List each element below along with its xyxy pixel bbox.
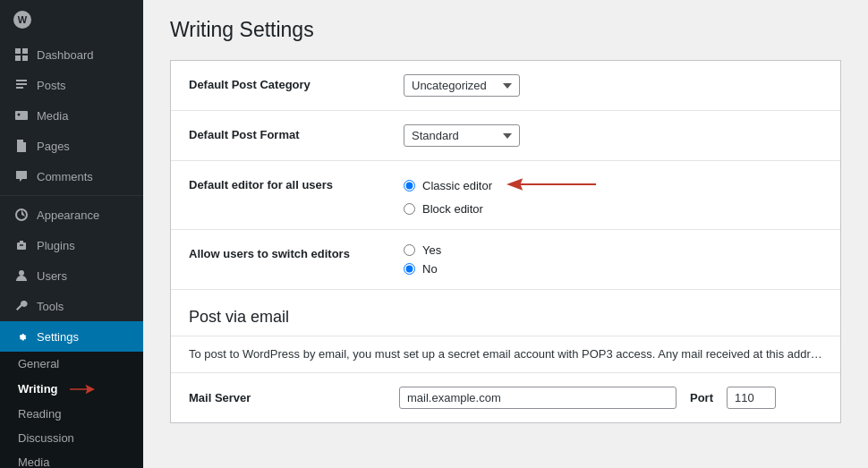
users-icon xyxy=(13,268,30,284)
classic-editor-label: Classic editor xyxy=(422,179,492,192)
plugins-label: Plugins xyxy=(37,239,75,252)
svg-rect-1 xyxy=(22,48,28,54)
svg-rect-4 xyxy=(15,111,28,120)
settings-submenu: General Writing Reading Discussion Media xyxy=(0,352,143,468)
default-post-format-label: Default Post Format xyxy=(189,124,386,141)
sidebar-item-posts[interactable]: Posts xyxy=(0,70,143,100)
sidebar-item-writing[interactable]: Writing xyxy=(0,376,143,402)
classic-editor-option[interactable]: Classic editor xyxy=(404,174,822,197)
port-input[interactable] xyxy=(727,387,776,409)
general-label: General xyxy=(18,357,59,370)
svg-rect-7 xyxy=(17,243,26,250)
allow-switch-label: Allow users to switch editors xyxy=(189,243,386,260)
no-radio[interactable] xyxy=(404,263,415,275)
default-post-category-select[interactable]: Uncategorized xyxy=(404,74,520,97)
classic-editor-arrow xyxy=(506,174,596,197)
post-via-email-heading: Post via email xyxy=(171,290,840,336)
classic-editor-radio[interactable] xyxy=(404,180,415,191)
sidebar-item-media-sub[interactable]: Media xyxy=(0,450,143,468)
svg-rect-3 xyxy=(22,55,28,61)
media-sub-label: Media xyxy=(18,455,49,468)
svg-point-5 xyxy=(18,114,21,116)
dashboard-icon xyxy=(13,47,30,63)
default-post-category-control: Uncategorized xyxy=(404,74,822,97)
tools-icon xyxy=(13,298,30,314)
editor-radio-group: Classic editor Block editor xyxy=(404,174,822,216)
sidebar-item-comments[interactable]: Comments xyxy=(0,161,143,191)
default-editor-row: Default editor for all users Classic edi… xyxy=(171,161,840,230)
switch-radio-group: Yes No xyxy=(404,243,822,276)
sidebar-item-dashboard[interactable]: Dashboard xyxy=(0,39,143,70)
reading-label: Reading xyxy=(18,407,61,421)
comments-label: Comments xyxy=(37,170,93,183)
discussion-label: Discussion xyxy=(18,431,74,445)
main-content: Writing Settings Default Post Category U… xyxy=(143,0,868,468)
no-option[interactable]: No xyxy=(404,262,822,276)
default-editor-label: Default editor for all users xyxy=(189,174,386,191)
yes-radio[interactable] xyxy=(404,244,415,256)
port-label: Port xyxy=(690,391,713,404)
pages-label: Pages xyxy=(37,140,70,153)
page-title: Writing Settings xyxy=(170,18,841,42)
comments-icon xyxy=(13,168,30,184)
writing-arrow xyxy=(70,381,95,396)
default-post-format-select[interactable]: Standard xyxy=(404,124,520,147)
media-label: Media xyxy=(37,109,68,123)
sidebar-item-discussion[interactable]: Discussion xyxy=(0,426,143,450)
svg-rect-2 xyxy=(15,55,21,61)
default-post-category-label: Default Post Category xyxy=(189,74,386,91)
svg-rect-0 xyxy=(15,48,21,54)
svg-marker-11 xyxy=(506,178,596,191)
mail-server-row: Mail Server Port xyxy=(171,373,840,422)
sidebar: W Dashboard Posts Media Pages Comments xyxy=(0,0,143,468)
plugins-icon xyxy=(13,237,30,253)
default-post-category-row: Default Post Category Uncategorized xyxy=(171,61,840,111)
sidebar-item-appearance[interactable]: Appearance xyxy=(0,200,143,230)
svg-marker-10 xyxy=(70,384,95,394)
block-editor-label: Block editor xyxy=(422,202,483,216)
no-label: No xyxy=(422,262,438,276)
tools-label: Tools xyxy=(37,300,64,313)
sidebar-item-users[interactable]: Users xyxy=(0,260,143,291)
writing-label: Writing xyxy=(18,382,58,396)
settings-label: Settings xyxy=(37,330,79,344)
svg-point-9 xyxy=(19,270,24,276)
sidebar-item-tools[interactable]: Tools xyxy=(0,291,143,321)
default-post-format-row: Default Post Format Standard xyxy=(171,111,840,161)
media-icon xyxy=(13,107,30,123)
block-editor-radio[interactable] xyxy=(404,203,415,215)
mail-server-input[interactable] xyxy=(399,387,677,409)
wp-logo-icon: W xyxy=(13,11,31,29)
posts-icon xyxy=(13,77,30,93)
users-label: Users xyxy=(37,269,67,283)
block-editor-option[interactable]: Block editor xyxy=(404,202,822,216)
dashboard-label: Dashboard xyxy=(37,48,94,62)
sidebar-item-reading[interactable]: Reading xyxy=(0,402,143,426)
default-editor-control: Classic editor Block editor xyxy=(404,174,822,216)
appearance-label: Appearance xyxy=(37,208,99,222)
sidebar-item-pages[interactable]: Pages xyxy=(0,131,143,161)
sidebar-item-settings[interactable]: Settings xyxy=(0,321,143,352)
sidebar-item-media[interactable]: Media xyxy=(0,100,143,131)
sidebar-item-plugins[interactable]: Plugins xyxy=(0,230,143,260)
pages-icon xyxy=(13,138,30,154)
sidebar-item-general[interactable]: General xyxy=(0,352,143,376)
allow-switch-row: Allow users to switch editors Yes No xyxy=(171,230,840,290)
posts-label: Posts xyxy=(37,79,66,92)
default-post-format-control: Standard xyxy=(404,124,822,147)
appearance-icon xyxy=(13,207,30,223)
settings-table: Default Post Category Uncategorized Defa… xyxy=(170,60,841,423)
post-via-email-description: To post to WordPress by email, you must … xyxy=(171,336,840,373)
yes-option[interactable]: Yes xyxy=(404,243,822,257)
settings-icon xyxy=(13,328,30,345)
mail-server-label: Mail Server xyxy=(189,391,386,404)
sidebar-separator-1 xyxy=(0,195,143,196)
sidebar-logo: W xyxy=(0,0,143,39)
yes-label: Yes xyxy=(422,243,441,257)
allow-switch-control: Yes No xyxy=(404,243,822,276)
